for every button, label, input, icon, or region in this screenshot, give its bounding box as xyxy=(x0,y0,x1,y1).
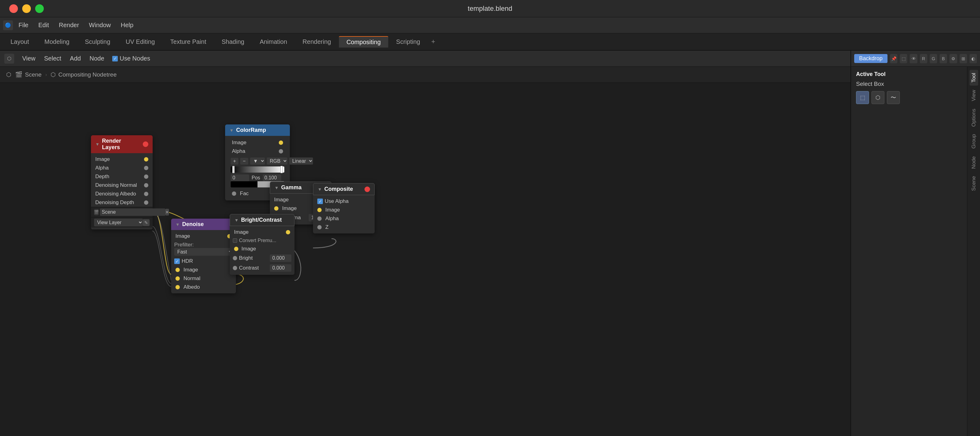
scene-input[interactable] xyxy=(100,208,165,216)
contrast-socket[interactable] xyxy=(233,266,237,270)
denoise-in-normal-socket[interactable] xyxy=(175,276,180,281)
cr-index-input[interactable] xyxy=(231,174,249,181)
denoise-in-image-socket[interactable] xyxy=(175,268,180,272)
menu-render[interactable]: Render xyxy=(54,21,84,30)
r-channel-icon[interactable]: R xyxy=(920,54,927,63)
menu-select[interactable]: Select xyxy=(41,54,64,63)
image-socket[interactable] xyxy=(144,157,148,161)
node-denoise[interactable]: ▼ Denoise Image Prefilter: Fast None Acc… xyxy=(171,219,236,293)
sidebar-tabs: Tool View Options Group Node Scene xyxy=(967,67,980,436)
prefilter-select[interactable]: Fast None Accurate xyxy=(174,248,233,256)
menu-add[interactable]: Add xyxy=(68,54,84,63)
tab-group[interactable]: Group xyxy=(969,131,978,152)
close-button[interactable] xyxy=(9,4,18,13)
cr-menu-dropdown[interactable]: ▼ xyxy=(250,158,265,164)
use-nodes-toggle[interactable]: ✓ Use Nodes xyxy=(112,55,150,62)
menu-file[interactable]: File xyxy=(14,21,33,30)
menu-node[interactable]: Node xyxy=(87,54,107,63)
tab-texture-paint[interactable]: Texture Paint xyxy=(163,37,214,47)
gear2-icon[interactable]: ⊞ xyxy=(960,54,967,63)
cr-remove-btn[interactable]: − xyxy=(240,158,248,164)
pin-icon[interactable]: 📌 xyxy=(890,54,897,63)
cr-stop-black[interactable] xyxy=(232,166,235,173)
tab-scripting[interactable]: Scripting xyxy=(389,37,428,47)
comp-z-socket[interactable] xyxy=(317,225,321,230)
add-workspace-button[interactable]: + xyxy=(428,37,438,47)
tab-view[interactable]: View xyxy=(969,87,978,104)
tab-uv-editing[interactable]: UV Editing xyxy=(118,37,162,47)
settings-icon[interactable]: ⚙ xyxy=(950,54,957,63)
cr-pos-input[interactable] xyxy=(263,174,281,181)
gamma-in-socket[interactable] xyxy=(274,206,278,211)
node-composite[interactable]: ▼ Composite ✓ Use Alpha Image Alpha Z xyxy=(313,183,375,233)
minimize-button[interactable] xyxy=(22,4,31,13)
blender-icon[interactable]: 🔵 xyxy=(3,21,13,30)
maximize-button[interactable] xyxy=(35,4,44,13)
depth-socket[interactable] xyxy=(144,174,148,179)
tab-shading[interactable]: Shading xyxy=(214,37,251,47)
overlay-icon[interactable]: ⬚ xyxy=(900,54,907,63)
bright-socket[interactable] xyxy=(233,256,237,260)
cr-image-socket[interactable] xyxy=(279,141,283,145)
tab-layout[interactable]: Layout xyxy=(3,37,37,47)
tab-sculpting[interactable]: Sculpting xyxy=(77,37,118,47)
backdrop-button[interactable]: Backdrop xyxy=(854,54,888,63)
use-alpha-checkbox[interactable]: ✓ xyxy=(317,198,323,204)
tab-animation[interactable]: Animation xyxy=(252,37,294,47)
g-channel-icon[interactable]: G xyxy=(930,54,937,63)
menu-window[interactable]: Window xyxy=(84,21,115,30)
view-layer-row: View Layer ✎ xyxy=(91,217,153,228)
comp-z-label: Z xyxy=(325,224,328,230)
use-nodes-checkbox[interactable]: ✓ xyxy=(112,56,118,61)
hdr-checkbox[interactable]: ✓ xyxy=(174,259,180,264)
denoising-albedo-socket[interactable] xyxy=(144,192,148,196)
tab-options[interactable]: Options xyxy=(969,105,978,130)
cr-interp-dropdown[interactable]: Linear xyxy=(289,158,313,164)
node-editor[interactable]: ▼ Render Layers Image Alpha Depth Denois… xyxy=(0,83,851,436)
tab-modeling[interactable]: Modeling xyxy=(37,37,77,47)
scene-clear-btn[interactable]: ✕ xyxy=(165,209,169,216)
fac-socket[interactable] xyxy=(232,192,236,196)
view-layer-edit-btn[interactable]: ✎ xyxy=(143,219,150,226)
breadcrumb-scene[interactable]: 🎬 Scene xyxy=(15,71,41,78)
denoising-normal-socket[interactable] xyxy=(144,183,148,187)
tab-rendering[interactable]: Rendering xyxy=(295,37,338,47)
editor-type-icon[interactable]: ⬡ xyxy=(4,54,14,64)
bright-input[interactable] xyxy=(270,254,291,262)
cr-alpha-socket[interactable] xyxy=(279,149,283,153)
view-icon[interactable]: 👁 xyxy=(910,54,917,63)
tab-scene[interactable]: Scene xyxy=(969,173,978,194)
view-layer-select[interactable]: View Layer xyxy=(94,219,143,226)
comp-image-socket[interactable] xyxy=(317,208,321,212)
convert-premul-checkbox[interactable] xyxy=(233,238,237,243)
right-topbar: Backdrop 📌 ⬚ 👁 R G B ⚙ ⊞ ◐ xyxy=(851,51,980,67)
comp-alpha-socket[interactable] xyxy=(317,216,321,221)
cr-stop-white[interactable] xyxy=(280,166,283,173)
theme-icon[interactable]: ◐ xyxy=(969,54,977,63)
menu-help[interactable]: Help xyxy=(116,21,138,30)
breadcrumb: ⬡ 🎬 Scene › ⬡ Compositing Nodetree xyxy=(0,67,851,83)
breadcrumb-nodetree[interactable]: ⬡ Compositing Nodetree xyxy=(51,71,116,78)
cr-gradient-bar[interactable] xyxy=(231,166,284,172)
node-bright-contrast[interactable]: ▼ Bright/Contrast Image Convert Premu...… xyxy=(230,214,294,275)
menu-edit[interactable]: Edit xyxy=(34,21,53,30)
select-box-icon[interactable]: ⬚ xyxy=(856,91,869,104)
b-channel-icon[interactable]: B xyxy=(940,54,947,63)
menu-view[interactable]: View xyxy=(20,54,38,63)
bright-in-socket[interactable] xyxy=(234,247,239,251)
tab-node[interactable]: Node xyxy=(969,153,978,172)
cr-rgb-dropdown[interactable]: RGB xyxy=(267,158,287,164)
traffic-lights xyxy=(9,4,44,13)
denoise-in-albedo-socket[interactable] xyxy=(175,285,180,289)
image-label: Image xyxy=(95,156,142,163)
denoising-depth-socket[interactable] xyxy=(144,200,148,205)
bright-out-socket[interactable] xyxy=(286,230,290,234)
node-render-layers[interactable]: ▼ Render Layers Image Alpha Depth Denois… xyxy=(91,135,153,230)
contrast-input[interactable] xyxy=(270,264,291,272)
tab-tool[interactable]: Tool xyxy=(969,70,978,86)
alpha-socket[interactable] xyxy=(144,166,148,170)
select-lasso-icon[interactable]: 〜 xyxy=(887,91,900,104)
cr-add-btn[interactable]: + xyxy=(231,158,239,164)
select-circle-icon[interactable]: ⬡ xyxy=(872,91,885,104)
tab-compositing[interactable]: Compositing xyxy=(339,36,388,48)
